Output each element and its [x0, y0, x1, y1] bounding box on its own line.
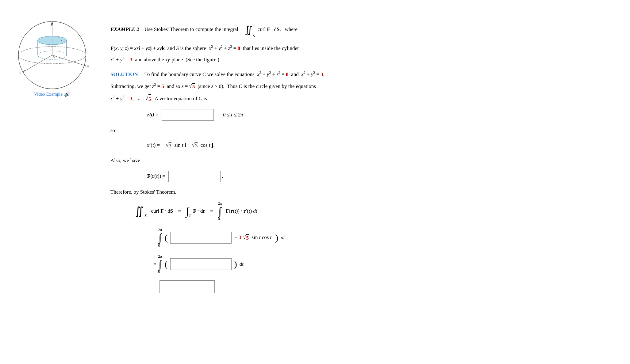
svg-text:z: z — [50, 22, 52, 27]
dt-1: dt — [281, 235, 285, 241]
therefore-label: Therefore, by Stokes' Theorem, — [110, 188, 601, 197]
example-intro: Use Stokes' Theorem to compute the integ… — [144, 26, 238, 32]
close-paren-1: ) — [275, 233, 278, 243]
svg-text:S: S — [58, 35, 60, 39]
F-r-t-prime: F(r(t)) · r′(t) dt — [226, 208, 257, 214]
double-integral-S: ∬ S — [135, 205, 144, 218]
video-example-label: Video Example — [34, 92, 63, 97]
video-example-link[interactable]: Video Example 🔊 — [34, 91, 70, 97]
integral-integrand-1-input[interactable] — [170, 232, 232, 244]
solution-paragraph-2: Subtracting, we get z2 = 5 and so z = √5… — [110, 82, 601, 91]
svg-text:y: y — [86, 64, 89, 68]
r-t-range: 0 ≤ t ≤ 2π — [223, 110, 243, 120]
integral-0-2pi-3: 2π ∫ 0 — [158, 254, 162, 275]
equals-3: = — [153, 235, 156, 241]
r-t-input[interactable] — [162, 109, 214, 121]
svg-line-4 — [52, 55, 86, 66]
equals-4: = — [153, 261, 156, 267]
F-r-t-input[interactable] — [168, 171, 221, 182]
integral-C: ∫ C — [186, 205, 189, 218]
open-paren-1: ( — [165, 233, 168, 243]
open-paren-2: ( — [165, 259, 168, 269]
sphere-diagram: z y x S C 0 — [12, 21, 92, 89]
solution-paragraph-3: x2 + y2 = 3, z = √5 . A vector equation … — [110, 94, 601, 104]
svg-text:C: C — [61, 39, 63, 43]
also-label: Also, we have — [110, 156, 601, 165]
final-dot: . — [218, 284, 219, 290]
example-label: EXAMPLE 2 — [110, 26, 139, 32]
equals-2: = — [210, 208, 213, 214]
F-r-t-label: F(r(t)) = — [147, 172, 165, 181]
left-panel: z y x S C 0 Video Example 🔊 — [0, 12, 98, 352]
svg-text:x: x — [19, 70, 21, 74]
close-paren-2: ) — [234, 259, 237, 269]
curl-F-dS: curl F · dS — [148, 208, 173, 214]
double-integral-header: ∬ S — [245, 21, 252, 38]
curl-text: curl F · dS, — [258, 26, 281, 32]
integral-chain-block: ∬ S curl F · dS = ∫ C F · dr = 2π ∫ 0 F(… — [135, 201, 601, 294]
F-r-t-line: F(r(t)) = . — [147, 171, 601, 182]
svg-text:0: 0 — [53, 55, 55, 58]
solution-label: SOLUTION — [110, 71, 138, 77]
final-answer-input[interactable] — [159, 280, 215, 293]
integral-0-2pi: 2π ∫ 0 — [218, 201, 222, 222]
r-equation-line: r(t) = 0 ≤ t ≤ 2π — [147, 109, 601, 121]
F-dr: F · dr — [193, 208, 205, 214]
r-t-label: r(t) = — [147, 110, 159, 120]
so-label: so — [110, 126, 601, 135]
dt-2: dt — [240, 261, 244, 267]
plus-3sqrt5: + 3 √5 sin t cos t — [235, 234, 272, 241]
example-header: EXAMPLE 2 Use Stokes' Theorem to compute… — [110, 21, 601, 38]
F-r-t-dot: . — [222, 172, 223, 181]
integral-integrand-2-input[interactable] — [170, 258, 232, 270]
speaker-icon: 🔊 — [64, 91, 70, 97]
field-definition: F(x, y, z) = xzi + yzj + xyk and S is th… — [110, 44, 601, 53]
r-prime-text: r′(t) = − √3 sin t i + √3 cos t j. — [147, 141, 215, 151]
field-definition-2: x2 + y2 = 3 and above the xy-plane. (See… — [110, 55, 601, 64]
integral-0-2pi-2: 2π ∫ 0 — [158, 227, 162, 248]
right-panel: EXAMPLE 2 Use Stokes' Theorem to compute… — [98, 12, 620, 352]
equals-5: = — [153, 284, 156, 290]
equals-1: = — [178, 208, 181, 214]
r-prime-equation: r′(t) = − √3 sin t i + √3 cos t j. — [147, 141, 601, 151]
where-text: where — [285, 26, 298, 32]
solution-paragraph-1: SOLUTION To find the boundary curve C we… — [110, 70, 601, 79]
